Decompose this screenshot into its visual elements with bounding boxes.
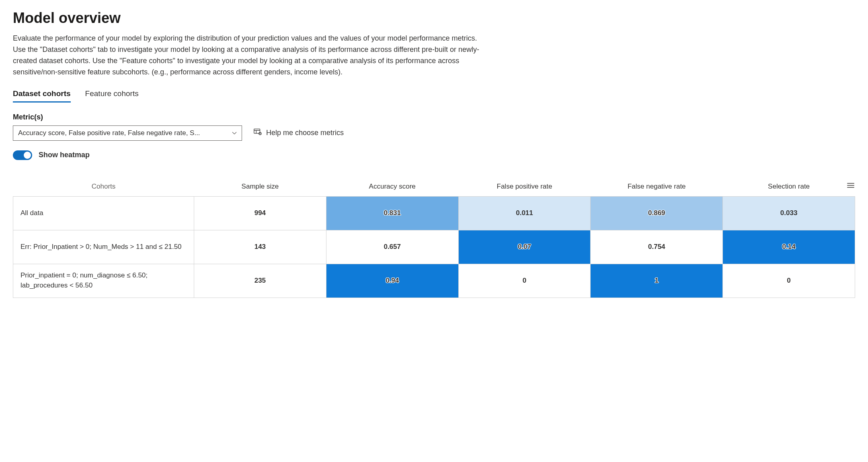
fpr-cell: 0.011: [458, 196, 591, 230]
metrics-controls-row: Accuracy score, False positive rate, Fal…: [13, 125, 855, 141]
metrics-help-icon: [253, 127, 262, 138]
tab-feature-cohorts[interactable]: Feature cohorts: [85, 89, 139, 103]
selection-cell: 0: [723, 264, 855, 298]
col-fnr[interactable]: False negative rate: [591, 179, 723, 197]
page-description: Evaluate the performance of your model b…: [13, 33, 479, 78]
metrics-dropdown-text: Accuracy score, False positive rate, Fal…: [18, 129, 228, 137]
col-accuracy[interactable]: Accuracy score: [326, 179, 458, 197]
table-row: All data9940.8310.0110.8690.033: [13, 196, 855, 230]
accuracy-cell: 0.657: [326, 230, 458, 264]
page-title: Model overview: [13, 10, 855, 27]
fpr-cell: 0: [458, 264, 591, 298]
show-heatmap-toggle[interactable]: [13, 150, 32, 160]
cohort-name-cell: All data: [13, 196, 194, 230]
tabs: Dataset cohorts Feature cohorts: [13, 89, 855, 103]
table-row: Err: Prior_Inpatient > 0; Num_Meds > 11 …: [13, 230, 855, 264]
help-choose-metrics-link[interactable]: Help me choose metrics: [253, 127, 344, 138]
selection-cell: 0.033: [723, 196, 855, 230]
col-selection[interactable]: Selection rate: [723, 179, 855, 197]
fnr-cell: 0.754: [591, 230, 723, 264]
selection-cell: 0.14: [723, 230, 855, 264]
metrics-label: Metric(s): [13, 113, 855, 121]
table-row: Prior_inpatient = 0; num_diagnose ≤ 6.50…: [13, 264, 855, 298]
fpr-cell: 0.07: [458, 230, 591, 264]
col-cohorts: Cohorts: [13, 179, 194, 197]
sample-size-cell: 994: [194, 196, 326, 230]
help-choose-metrics-label: Help me choose metrics: [266, 129, 344, 137]
accuracy-cell: 0.94: [326, 264, 458, 298]
sample-size-cell: 235: [194, 264, 326, 298]
fnr-cell: 1: [591, 264, 723, 298]
cohorts-table: Cohorts Sample size Accuracy score False…: [13, 179, 855, 298]
heatmap-toggle-row: Show heatmap: [13, 150, 855, 160]
sample-size-cell: 143: [194, 230, 326, 264]
accuracy-cell: 0.831: [326, 196, 458, 230]
show-heatmap-label: Show heatmap: [39, 151, 90, 159]
fnr-cell: 0.869: [591, 196, 723, 230]
col-fpr[interactable]: False positive rate: [458, 179, 591, 197]
cohort-name-cell: Err: Prior_Inpatient > 0; Num_Meds > 11 …: [13, 230, 194, 264]
tab-dataset-cohorts[interactable]: Dataset cohorts: [13, 89, 71, 103]
table-menu-icon[interactable]: [846, 181, 855, 190]
metrics-dropdown[interactable]: Accuracy score, False positive rate, Fal…: [13, 125, 242, 141]
chevron-down-icon: [232, 130, 237, 136]
cohort-name-cell: Prior_inpatient = 0; num_diagnose ≤ 6.50…: [13, 264, 194, 298]
col-sample-size[interactable]: Sample size: [194, 179, 326, 197]
